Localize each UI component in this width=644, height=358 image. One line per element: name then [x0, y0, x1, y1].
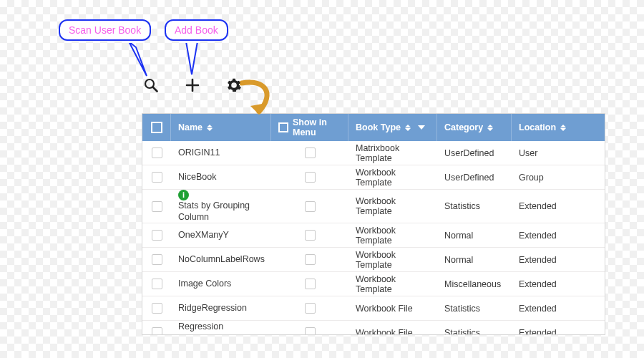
cell-book-type: Workbook Template	[348, 272, 437, 296]
cell-name: OneXManyY	[171, 223, 271, 247]
table-row[interactable]: RidgeRegressionWorkbook FileStatisticsEx…	[142, 296, 605, 321]
checkbox-icon	[305, 147, 316, 158]
cell-show-in-menu[interactable]	[271, 223, 348, 247]
header-show-in-menu[interactable]: Show in Menu	[271, 114, 348, 141]
header-category[interactable]: Category	[437, 114, 512, 141]
sort-icon	[405, 125, 411, 131]
cell-category: Normal	[437, 223, 512, 247]
checkbox-icon	[152, 172, 162, 183]
cell-location: User	[512, 141, 605, 165]
cell-name-text: Stats by Grouping Column	[178, 200, 264, 223]
table-row[interactable]: NoColumnLabelRowsWorkbook TemplateNormal…	[142, 248, 605, 272]
header-name-label: Name	[178, 122, 203, 132]
cell-book-type: Workbook File	[348, 321, 437, 334]
annotation-arrow-icon	[236, 79, 279, 122]
checkbox-icon	[152, 201, 162, 212]
row-select[interactable]	[142, 248, 171, 271]
table-row[interactable]: Regression ClusteringWorkbook FileStatis…	[142, 321, 605, 334]
cell-name: NoColumnLabelRows	[171, 248, 271, 271]
header-location[interactable]: Location	[512, 114, 605, 141]
checkbox-icon	[152, 254, 162, 265]
row-select[interactable]	[142, 141, 171, 165]
row-select[interactable]	[142, 223, 171, 247]
cell-name: Regression Clustering	[171, 321, 271, 334]
chevron-down-icon	[418, 125, 425, 130]
table-row[interactable]: ORIGIN11Matrixbook TemplateUserDefinedUs…	[142, 141, 605, 165]
cell-show-in-menu[interactable]	[271, 272, 348, 296]
table-row[interactable]: Image ColorsWorkbook TemplateMiscellaneo…	[142, 272, 605, 296]
checkbox-icon	[152, 303, 162, 314]
checkbox-icon	[151, 122, 162, 133]
callout-scan-user-book: Scan User Book	[59, 19, 151, 41]
checkbox-icon	[278, 122, 288, 132]
cell-book-type: Matrixbook Template	[348, 141, 437, 165]
sort-icon	[207, 125, 213, 131]
cell-category: Statistics	[437, 190, 512, 223]
checkbox-icon	[305, 230, 316, 241]
cell-category: Statistics	[437, 321, 512, 334]
checkbox-icon	[305, 327, 316, 334]
checkbox-icon	[305, 172, 316, 183]
callout-add-tail	[182, 40, 203, 80]
table-row[interactable]: iStats by Grouping ColumnWorkbook Templa…	[142, 190, 605, 223]
cell-book-type: Workbook Template	[348, 190, 437, 223]
cell-location: Extended	[512, 248, 605, 271]
cell-show-in-menu[interactable]	[271, 190, 348, 223]
row-select[interactable]	[142, 296, 171, 320]
cell-location: Group	[512, 165, 605, 189]
header-location-label: Location	[519, 122, 556, 132]
cell-name-text: RidgeRegression	[178, 303, 247, 314]
gear-icon[interactable]	[226, 77, 242, 93]
cell-location: Extended	[512, 223, 605, 247]
cell-name-text: OneXManyY	[178, 230, 229, 241]
table-row[interactable]: OneXManyYWorkbook TemplateNormalExtended	[142, 223, 605, 248]
cell-name: NiceBook	[171, 165, 271, 189]
svg-line-1	[153, 87, 157, 92]
cell-show-in-menu[interactable]	[271, 165, 348, 189]
table-row[interactable]: NiceBookWorkbook TemplateUserDefinedGrou…	[142, 165, 605, 190]
cell-category: Statistics	[437, 296, 512, 320]
header-select-all[interactable]	[142, 114, 171, 141]
cell-show-in-menu[interactable]	[271, 141, 348, 165]
table-header: Name Show in Menu Book Type Category Loc…	[142, 114, 605, 141]
cell-book-type: Workbook File	[348, 296, 437, 320]
header-show-label: Show in Menu	[293, 117, 341, 137]
row-select[interactable]	[142, 321, 171, 334]
header-category-label: Category	[444, 122, 483, 132]
callout-add-book: Add Book	[165, 19, 228, 41]
cell-book-type: Workbook Template	[348, 248, 437, 271]
cell-name: iStats by Grouping Column	[171, 190, 271, 223]
cell-name-text: Regression Clustering	[178, 321, 264, 334]
header-book-type[interactable]: Book Type	[348, 114, 437, 141]
cell-location: Extended	[512, 321, 605, 334]
checkbox-icon	[305, 279, 316, 289]
checkbox-icon	[152, 327, 162, 334]
row-select[interactable]	[142, 272, 171, 296]
table-body[interactable]: ORIGIN11Matrixbook TemplateUserDefinedUs…	[142, 141, 605, 334]
checkbox-icon	[152, 279, 162, 289]
cell-book-type: Workbook Template	[348, 165, 437, 189]
row-select[interactable]	[142, 165, 171, 189]
checkbox-icon	[152, 230, 162, 241]
cell-category: UserDefined	[437, 165, 512, 189]
cell-name-text: ORIGIN11	[178, 147, 220, 159]
cell-book-type: Workbook Template	[348, 223, 437, 247]
cell-location: Extended	[512, 296, 605, 320]
cell-name-text: NoColumnLabelRows	[178, 254, 265, 266]
header-type-label: Book Type	[356, 122, 401, 132]
cell-name-text: Image Colors	[178, 279, 231, 290]
cell-location: Extended	[512, 190, 605, 223]
cell-show-in-menu[interactable]	[271, 248, 348, 271]
cell-name: RidgeRegression	[171, 296, 271, 320]
cell-category: Miscellaneous	[437, 272, 512, 296]
row-select[interactable]	[142, 190, 171, 223]
cell-show-in-menu[interactable]	[271, 296, 348, 320]
callout-scan-tail	[122, 40, 157, 83]
book-table: Name Show in Menu Book Type Category Loc…	[142, 113, 605, 335]
cell-name: Image Colors	[171, 272, 271, 296]
cell-category: Normal	[437, 248, 512, 271]
checkbox-icon	[305, 201, 316, 212]
checkbox-icon	[305, 303, 316, 314]
cell-show-in-menu[interactable]	[271, 321, 348, 334]
sort-icon	[487, 125, 493, 131]
